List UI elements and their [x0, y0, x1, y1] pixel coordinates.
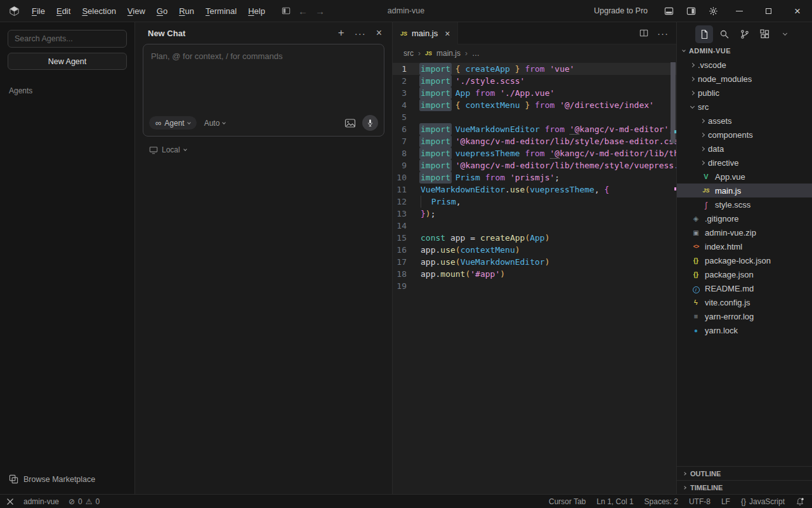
line-number[interactable]: 11 — [393, 184, 421, 196]
extensions-icon[interactable] — [756, 25, 774, 43]
maximize-button[interactable] — [754, 0, 783, 22]
cursor-position[interactable]: Ln 1, Col 1 — [597, 497, 634, 506]
code-line[interactable]: 8import vuepressTheme from '@kangc/v-md-… — [393, 147, 676, 159]
chevron-down-icon[interactable] — [776, 25, 794, 43]
line-number[interactable]: 6 — [393, 123, 421, 135]
tree-item-package.json[interactable]: {}package.json — [677, 267, 812, 281]
line-number[interactable]: 12 — [393, 196, 421, 208]
tree-item-src[interactable]: src — [677, 100, 812, 114]
editor-more-icon[interactable]: ··· — [657, 28, 669, 39]
panel-bottom-icon[interactable] — [658, 0, 680, 22]
minimize-button[interactable] — [724, 0, 754, 22]
timeline-section[interactable]: TIMELINE — [677, 480, 812, 494]
context-selector[interactable]: Local — [143, 145, 384, 154]
line-number[interactable]: 18 — [393, 268, 421, 280]
code-line[interactable]: 7import '@kangc/v-md-editor/lib/style/ba… — [393, 135, 676, 147]
attach-image-icon[interactable] — [344, 118, 356, 128]
line-number[interactable]: 1 — [393, 63, 421, 75]
code-line[interactable]: 9import '@kangc/v-md-editor/lib/theme/st… — [393, 159, 676, 171]
line-number[interactable]: 8 — [393, 147, 421, 159]
line-number[interactable]: 9 — [393, 159, 421, 171]
remote-indicator[interactable] — [6, 498, 14, 505]
source-control-icon[interactable] — [736, 25, 754, 43]
tree-item-yarn-error.log[interactable]: ≡yarn-error.log — [677, 309, 812, 323]
breadcrumb-tail[interactable]: … — [472, 49, 480, 58]
line-number[interactable]: 4 — [393, 99, 421, 111]
code-line[interactable]: 10import Prism from 'prismjs'; — [393, 171, 676, 184]
tree-item-admin-vue.zip[interactable]: ▣admin-vue.zip — [677, 225, 812, 239]
line-number[interactable]: 5 — [393, 111, 421, 123]
tree-item-App.vue[interactable]: VApp.vue — [677, 170, 812, 184]
code-line[interactable]: 11VueMarkdownEditor.use(vuepressTheme, { — [393, 184, 676, 196]
search-agents-input[interactable]: Search Agents... — [8, 30, 127, 48]
indentation-status[interactable]: Spaces: 2 — [645, 497, 678, 506]
problems-indicator[interactable]: ⊘ 0 ⚠ 0 — [69, 497, 100, 506]
code-line[interactable]: 19 — [393, 280, 676, 292]
tree-item-assets[interactable]: assets — [677, 114, 812, 128]
editor-scrollbar[interactable] — [670, 62, 676, 494]
line-number[interactable]: 10 — [393, 171, 421, 184]
tree-item-main.js[interactable]: JSmain.js — [677, 184, 812, 197]
search-icon[interactable] — [716, 25, 733, 43]
code-line[interactable]: 17app.use(VueMarkdownEditor) — [393, 256, 676, 268]
line-number[interactable]: 15 — [393, 232, 421, 244]
tab-close-icon[interactable]: × — [445, 29, 450, 39]
code-line[interactable]: 6import VueMarkdownEditor from '@kangc/v… — [393, 123, 676, 135]
model-dropdown[interactable]: Auto — [204, 119, 226, 128]
chat-input[interactable]: Plan, @ for context, / for commands ∞ Ag… — [143, 44, 384, 137]
tree-item-public[interactable]: public — [677, 86, 812, 100]
code-line[interactable]: 1import { createApp } from 'vue' — [393, 63, 676, 75]
browse-marketplace-button[interactable]: Browse Marketplace — [8, 471, 127, 488]
agent-mode-dropdown[interactable]: ∞ Agent — [149, 116, 197, 130]
forward-icon[interactable]: → — [315, 6, 325, 17]
new-chat-icon[interactable]: + — [338, 27, 344, 39]
code-line[interactable]: 5 — [393, 111, 676, 123]
workspace-root[interactable]: ADMIN-VUE — [677, 44, 812, 58]
code-line[interactable]: 14 — [393, 220, 676, 232]
tree-item-data[interactable]: data — [677, 142, 812, 156]
code-line[interactable]: 4import { contextMenu } from '@/directiv… — [393, 99, 676, 111]
menu-view[interactable]: View — [122, 6, 151, 16]
tree-item-node_modules[interactable]: node_modules — [677, 72, 812, 86]
code-line[interactable]: 2import './style.scss' — [393, 75, 676, 87]
chat-close-icon[interactable]: × — [376, 27, 382, 39]
code-editor[interactable]: 1import { createApp } from 'vue'2import … — [393, 62, 676, 494]
split-editor-icon[interactable] — [639, 29, 648, 37]
encoding-status[interactable]: UTF-8 — [689, 497, 710, 506]
tree-item-yarn.lock[interactable]: ●yarn.lock — [677, 323, 812, 337]
status-project[interactable]: admin-vue — [23, 497, 59, 506]
code-line[interactable]: 13}); — [393, 208, 676, 220]
line-number[interactable]: 16 — [393, 244, 421, 256]
tree-item-style.scss[interactable]: ʃstyle.scss — [677, 197, 812, 211]
tree-item-components[interactable]: components — [677, 128, 812, 142]
notifications-bell-icon[interactable] — [796, 497, 804, 506]
tree-item-index.html[interactable]: <>index.html — [677, 239, 812, 253]
menu-go[interactable]: Go — [151, 6, 173, 16]
tree-item-directive[interactable]: directive — [677, 156, 812, 170]
menu-file[interactable]: File — [26, 6, 51, 16]
code-line[interactable]: 15const app = createApp(App) — [393, 232, 676, 244]
tree-item-package-lock.json[interactable]: {}package-lock.json — [677, 253, 812, 267]
code-line[interactable]: 18app.mount('#app') — [393, 268, 676, 280]
code-line[interactable]: 16app.use(contextMenu) — [393, 244, 676, 256]
close-button[interactable]: × — [783, 0, 812, 22]
tree-item-.vscode[interactable]: .vscode — [677, 58, 812, 72]
line-number[interactable]: 13 — [393, 208, 421, 220]
code-line[interactable]: 3import App from './App.vue' — [393, 87, 676, 99]
layout-icon[interactable] — [282, 6, 291, 15]
gear-icon[interactable] — [702, 0, 724, 22]
outline-section[interactable]: OUTLINE — [677, 466, 812, 480]
line-number[interactable]: 14 — [393, 220, 421, 232]
menu-edit[interactable]: Edit — [51, 6, 76, 16]
eol-status[interactable]: LF — [721, 497, 730, 506]
upgrade-to-pro-button[interactable]: Upgrade to Pro — [594, 6, 648, 15]
breadcrumb-file[interactable]: main.js — [436, 49, 461, 58]
mic-button[interactable] — [362, 115, 378, 131]
explorer-icon[interactable] — [695, 25, 713, 43]
line-number[interactable]: 19 — [393, 280, 421, 292]
tree-item-README.md[interactable]: iREADME.md — [677, 281, 812, 295]
line-number[interactable]: 2 — [393, 75, 421, 87]
tab-mainjs[interactable]: JS main.js × — [393, 22, 458, 44]
panel-right-icon[interactable] — [680, 0, 702, 22]
menu-selection[interactable]: Selection — [76, 6, 121, 16]
